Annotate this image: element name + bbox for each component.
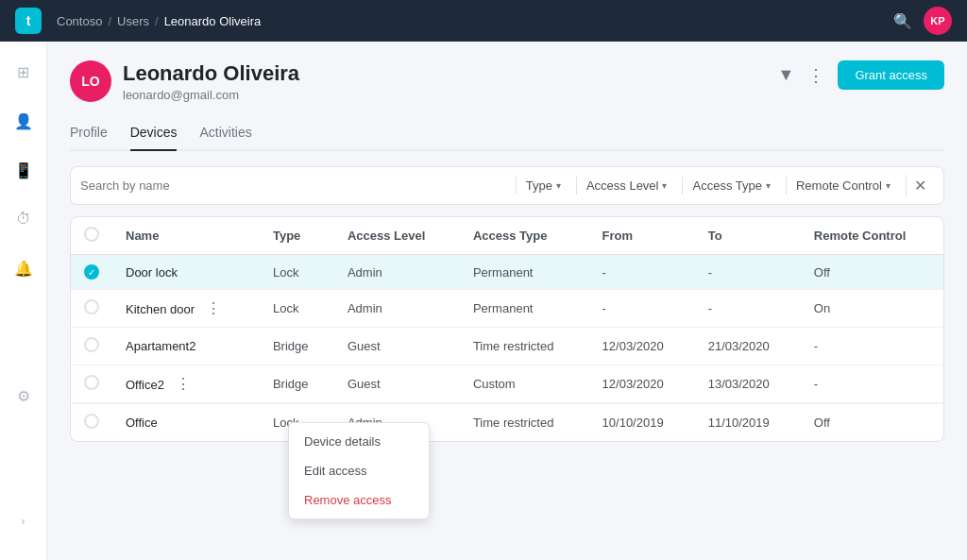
user-avatar-kp[interactable]: KP: [924, 7, 952, 35]
cell-accessType: Time restricted: [460, 404, 589, 442]
col-type: Type: [260, 217, 334, 255]
main-content: LO Leonardo Oliveira leonardo@gmail.com …: [47, 42, 967, 560]
cell-from: -: [589, 255, 695, 290]
device-name: Office2: [126, 378, 164, 392]
cell-remoteControl: -: [801, 328, 943, 365]
remote-control-filter-dropdown[interactable]: Remote Control ▾: [786, 177, 900, 195]
table-row: Kitchen door ⋮LockAdminPermanent--On: [71, 290, 943, 328]
row-checkbox[interactable]: [84, 375, 99, 390]
user-details: Leonardo Oliveira leonardo@gmail.com: [123, 61, 299, 102]
type-filter-label: Type: [526, 178, 552, 193]
cell-accessLevel: Admin: [334, 290, 460, 328]
col-access-level: Access Level: [334, 217, 460, 255]
breadcrumb-contoso[interactable]: Contoso: [57, 14, 102, 28]
remote-control-filter-label: Remote Control: [796, 178, 882, 193]
search-input[interactable]: [80, 178, 510, 193]
cell-remoteControl: -: [801, 365, 943, 403]
cell-type: Lock: [260, 255, 334, 290]
row-more-options-icon[interactable]: ⋮: [172, 376, 191, 392]
cell-accessLevel: Guest: [334, 328, 460, 365]
cell-from: -: [589, 290, 695, 328]
top-nav-actions: 🔍 KP: [893, 7, 952, 35]
access-type-filter-chevron: ▾: [766, 180, 771, 191]
layout: ⊞ 👤 📱 ⏱ 🔔 ⚙ › LO Leonardo Oliveira leona…: [0, 42, 967, 560]
context-menu-item-remove-access[interactable]: Remove access: [289, 485, 429, 515]
row-more-options-icon[interactable]: ⋮: [202, 300, 221, 316]
col-to: To: [695, 217, 801, 255]
table-row: OfficeLockAdminTime restricted10/10/2019…: [71, 404, 943, 442]
device-name: Apartament2: [126, 339, 195, 353]
cell-from: 10/10/2019: [589, 404, 695, 442]
device-name: Kitchen door: [126, 302, 195, 316]
clear-filters-button[interactable]: ✕: [906, 175, 934, 196]
cell-remoteControl: Off: [801, 255, 943, 290]
user-name: Leonardo Oliveira: [123, 61, 299, 86]
col-remote-control: Remote Control: [801, 217, 943, 255]
sidebar-icon-grid[interactable]: ⊞: [8, 57, 39, 87]
breadcrumb-users[interactable]: Users: [117, 14, 149, 28]
table-row: Apartament2BridgeGuestTime restricted12/…: [71, 328, 943, 365]
cell-type: Lock: [260, 290, 334, 328]
sidebar-icon-person[interactable]: 👤: [8, 106, 39, 136]
filter-icon[interactable]: ▼: [778, 65, 795, 85]
tab-activities[interactable]: Activities: [199, 117, 251, 151]
type-filter-dropdown[interactable]: Type ▾: [516, 177, 570, 195]
tab-devices[interactable]: Devices: [130, 117, 178, 151]
tab-profile[interactable]: Profile: [70, 117, 108, 151]
cell-accessType: Permanent: [460, 255, 589, 290]
breadcrumb-current: Leonardo Oliveira: [164, 14, 262, 28]
grant-access-button[interactable]: Grant access: [838, 60, 944, 90]
cell-remoteControl: Off: [801, 404, 943, 442]
header-checkbox[interactable]: [84, 227, 99, 242]
sidebar-icon-clock[interactable]: ⏱: [8, 204, 39, 234]
cell-to: -: [695, 290, 801, 328]
user-email: leonardo@gmail.com: [123, 88, 299, 102]
cell-to: 13/03/2020: [695, 365, 801, 403]
cell-from: 12/03/2020: [589, 365, 695, 403]
cell-accessType: Custom: [460, 365, 589, 403]
access-level-filter-label: Access Level: [586, 178, 659, 193]
sidebar-footer: ›: [16, 509, 31, 545]
search-icon[interactable]: 🔍: [893, 12, 912, 30]
device-name: Door lock: [126, 265, 178, 280]
row-checkbox[interactable]: [84, 337, 99, 352]
context-menu-item-edit-access[interactable]: Edit access: [289, 456, 429, 485]
breadcrumb-sep1: /: [108, 14, 111, 28]
cell-to: 21/03/2020: [695, 328, 801, 365]
sidebar-icon-gear[interactable]: ⚙: [8, 382, 39, 412]
top-nav: t Contoso / Users / Leonardo Oliveira 🔍 …: [0, 0, 967, 42]
access-type-filter-dropdown[interactable]: Access Type ▾: [682, 177, 779, 195]
header-actions: ▼ ⋮ Grant access: [778, 60, 944, 90]
access-level-filter-dropdown[interactable]: Access Level ▾: [576, 177, 677, 195]
remote-control-filter-chevron: ▾: [886, 180, 891, 191]
cell-accessLevel: Guest: [334, 365, 460, 403]
cell-from: 12/03/2020: [589, 328, 695, 365]
breadcrumb-sep2: /: [155, 14, 159, 28]
row-checkbox[interactable]: [84, 299, 99, 314]
cell-remoteControl: On: [801, 290, 943, 328]
device-name: Office: [126, 416, 158, 430]
context-menu-item-device-details[interactable]: Device details: [289, 427, 429, 456]
access-level-filter-chevron: ▾: [662, 180, 667, 191]
sidebar-icon-bell[interactable]: 🔔: [8, 253, 39, 283]
col-access-type: Access Type: [460, 217, 589, 255]
access-type-filter-label: Access Type: [692, 178, 761, 193]
cell-accessLevel: Admin: [334, 255, 460, 290]
col-check: [71, 217, 112, 255]
cell-accessType: Permanent: [460, 290, 589, 328]
cell-type: Bridge: [260, 365, 334, 403]
col-name: Name: [112, 217, 260, 255]
sidebar-icon-phone[interactable]: 📱: [8, 155, 39, 185]
cell-to: 11/10/2019: [695, 404, 801, 442]
type-filter-chevron: ▾: [556, 180, 561, 191]
row-checkbox[interactable]: [84, 414, 99, 429]
sidebar-expand-icon[interactable]: ›: [16, 509, 31, 534]
col-from: From: [589, 217, 695, 255]
user-info: LO Leonardo Oliveira leonardo@gmail.com: [70, 60, 299, 102]
user-header: LO Leonardo Oliveira leonardo@gmail.com …: [70, 60, 944, 102]
cell-to: -: [695, 255, 801, 290]
more-options-icon[interactable]: ⋮: [804, 61, 828, 90]
app-logo[interactable]: t: [15, 8, 42, 34]
row-checkbox[interactable]: ✓: [84, 264, 99, 280]
table-row: Office2 ⋮BridgeGuestCustom12/03/202013/0…: [71, 365, 943, 403]
